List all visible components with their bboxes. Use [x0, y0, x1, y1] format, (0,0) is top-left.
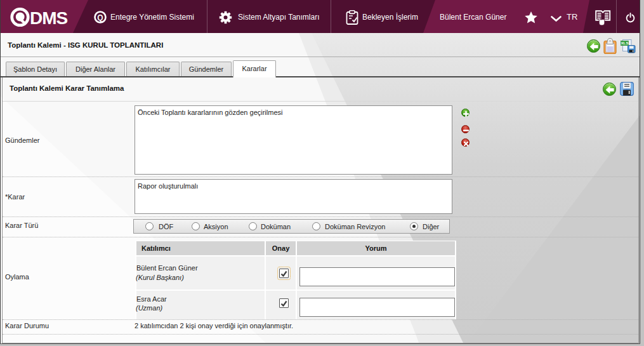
- svg-text:Q: Q: [97, 13, 103, 22]
- svg-text:XLS: XLS: [621, 41, 628, 45]
- svg-text:DMS: DMS: [30, 8, 68, 28]
